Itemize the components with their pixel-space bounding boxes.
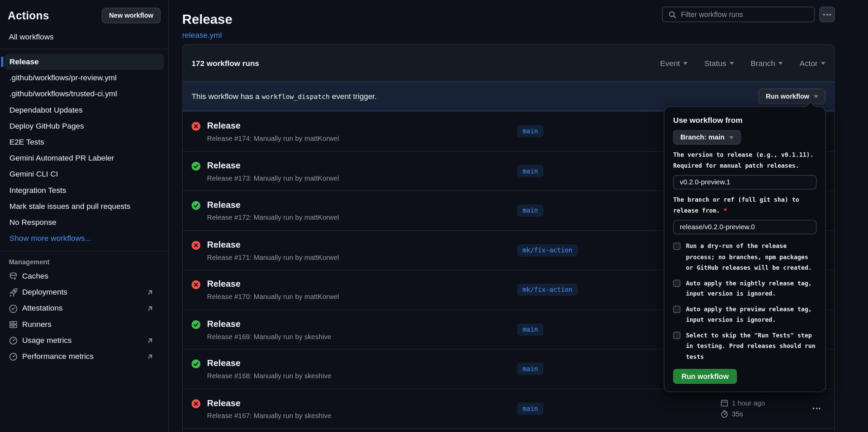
branch-selector-button[interactable]: Branch: main (673, 130, 741, 145)
chevron-down-icon (729, 136, 733, 139)
skip-tests-checkbox[interactable] (673, 332, 680, 339)
sidebar-item-runners[interactable]: Runners (0, 316, 168, 332)
workflow-run-row[interactable]: Release Release #167: Manually run by sk… (183, 388, 834, 428)
actor-link[interactable]: skeshive (304, 412, 331, 420)
show-more-workflows-link[interactable]: Show more workflows... (4, 230, 164, 246)
branch-badge[interactable]: main (517, 125, 544, 137)
run-title-link[interactable]: Release (207, 120, 241, 131)
run-title-link[interactable]: Release (207, 160, 241, 170)
version-input[interactable] (673, 175, 817, 189)
sidebar-item-workflow[interactable]: Gemini Automated PR Labeler (4, 150, 164, 166)
sidebar-item-workflow[interactable]: Mark stale issues and pull requests (4, 198, 164, 214)
actor-link[interactable]: skeshive (304, 333, 331, 340)
run-title-link[interactable]: Release (207, 279, 241, 289)
required-asterisk: * (724, 207, 727, 214)
preview-tag-checkbox-row: Auto apply the preview release tag, inpu… (673, 304, 817, 326)
next-run-row-partial (183, 428, 834, 432)
run-title-link[interactable]: Release (207, 358, 241, 368)
sidebar-item-label: Runners (22, 319, 51, 330)
kebab-icon (813, 408, 814, 410)
checkbox-label: Auto apply the nightly release tag, inpu… (686, 278, 816, 300)
nightly-tag-checkbox[interactable] (673, 279, 680, 286)
success-status-icon (191, 360, 200, 368)
run-workflow-dropdown-button[interactable]: Run workflow (759, 89, 825, 104)
actions-page: Actions New workflow All workflows Relea… (0, 0, 868, 432)
branch-badge[interactable]: main (517, 402, 544, 415)
run-title-link[interactable]: Release (207, 239, 241, 250)
sidebar-item-all-workflows[interactable]: All workflows (0, 29, 168, 45)
branch-filter-dropdown[interactable]: Branch (751, 59, 783, 68)
success-status-icon (191, 320, 200, 329)
sidebar-item-caches[interactable]: Caches (0, 268, 168, 284)
external-link-icon (146, 336, 154, 344)
dry-run-checkbox[interactable] (673, 243, 680, 250)
sidebar-item-workflow[interactable]: .github/workflows/trusted-ci.yml (4, 86, 164, 102)
success-status-icon (191, 162, 200, 170)
external-link-icon (146, 304, 154, 312)
preview-tag-checkbox[interactable] (673, 305, 680, 313)
sidebar-item-workflow[interactable]: E2E Tests (4, 134, 164, 150)
cache-icon (9, 272, 18, 281)
filter-workflow-runs-input[interactable] (681, 10, 809, 18)
chevron-down-icon (779, 62, 783, 65)
status-filter-dropdown[interactable]: Status (704, 59, 734, 68)
sidebar-item-deployments[interactable]: Deployments (0, 284, 168, 300)
external-link-icon (146, 288, 154, 296)
new-workflow-button[interactable]: New workflow (102, 8, 161, 23)
actions-sidebar: Actions New workflow All workflows Relea… (0, 0, 169, 432)
run-title-link[interactable]: Release (207, 200, 241, 210)
chevron-down-icon (683, 62, 688, 65)
actor-link[interactable]: mattKorwel (304, 214, 339, 222)
actor-link[interactable]: mattKorwel (304, 293, 339, 301)
sidebar-item-workflow[interactable]: Integration Tests (4, 182, 164, 198)
checkbox-label: Auto apply the preview release tag, inpu… (686, 304, 816, 326)
meter-icon (9, 352, 18, 361)
failed-status-icon (191, 122, 200, 131)
version-input-label: The version to release (e.g., v0.1.11). … (673, 150, 817, 171)
branch-badge[interactable]: mk/fix-action (517, 284, 578, 296)
actor-filter-dropdown[interactable]: Actor (800, 59, 826, 68)
actor-link[interactable]: mattKorwel (304, 174, 339, 182)
workflow-file-link[interactable]: release.yml (182, 31, 222, 39)
filter-workflow-runs-field (662, 7, 815, 22)
sidebar-item-usage-metrics[interactable]: Usage metrics (0, 332, 168, 348)
branch-badge[interactable]: main (517, 165, 544, 177)
run-kebab-menu-button[interactable] (808, 404, 826, 413)
page-kebab-menu-button[interactable] (819, 7, 835, 22)
event-filter-dropdown[interactable]: Event (660, 59, 688, 68)
branch-badge[interactable]: main (517, 204, 544, 217)
sidebar-item-workflow[interactable]: No Response (4, 214, 164, 230)
sidebar-item-attestations[interactable]: Attestations (0, 300, 168, 316)
sidebar-title: Actions (8, 9, 49, 22)
run-description: Release #174: Manually run by mattKorwel (207, 134, 339, 142)
run-description: Release #167: Manually run by skeshive (207, 412, 331, 420)
sidebar-item-workflow[interactable]: Deploy GitHub Pages (4, 118, 164, 134)
run-workflow-dialog: Use workflow from Branch: main The versi… (664, 106, 826, 392)
run-description: Release #168: Manually run by skeshive (207, 372, 331, 380)
sidebar-item-label: Attestations (22, 303, 63, 314)
sidebar-item-workflow[interactable]: Gemini CLI CI (4, 166, 164, 182)
sidebar-item-performance-metrics[interactable]: Performance metrics (0, 348, 168, 364)
sidebar-item-workflow[interactable]: .github/workflows/pr-review.yml (4, 70, 164, 86)
ref-input[interactable] (673, 220, 817, 234)
actor-link[interactable]: skeshive (304, 372, 331, 380)
sidebar-item-workflow[interactable]: Dependabot Updates (4, 102, 164, 118)
search-icon (668, 10, 676, 18)
run-workflow-submit-button[interactable]: Run workflow (673, 369, 737, 384)
run-title-link[interactable]: Release (207, 398, 241, 408)
branch-badge[interactable]: mk/fix-action (517, 244, 578, 256)
branch-badge[interactable]: main (517, 323, 544, 336)
run-title-link[interactable]: Release (207, 318, 241, 329)
sidebar-divider (0, 49, 168, 49)
failed-status-icon (191, 241, 200, 250)
sidebar-item-release-selected[interactable]: Release (4, 54, 164, 70)
branch-badge[interactable]: main (517, 363, 544, 375)
run-description: Release #171: Manually run by mattKorwel (207, 253, 339, 261)
filter-row (662, 7, 835, 22)
actor-link[interactable]: mattKorwel (304, 253, 339, 261)
server-icon (9, 320, 18, 329)
success-status-icon (191, 201, 200, 210)
actor-link[interactable]: mattKorwel (304, 134, 339, 142)
runs-list-header: 172 workflow runs Event Status Branch Ac… (183, 45, 834, 81)
banner-text: This workflow has a workflow_dispatch ev… (191, 92, 377, 101)
